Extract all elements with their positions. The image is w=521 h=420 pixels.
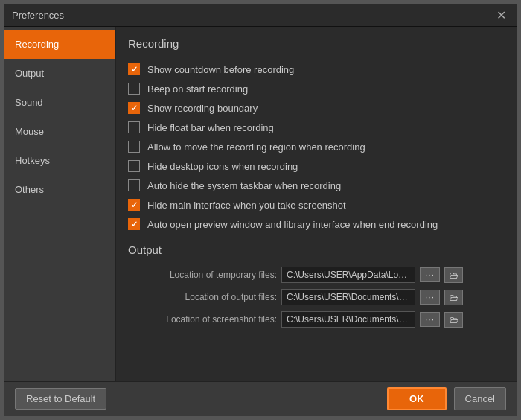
footer-right: OK Cancel — [387, 387, 506, 410]
file-label-temp: Location of temporary files: — [128, 270, 277, 280]
checkbox-label-cb1: Show countdown before recording — [147, 64, 294, 75]
checkbox-label-cb5: Allow to move the recording region when … — [147, 141, 365, 153]
cancel-button[interactable]: Cancel — [454, 387, 506, 410]
checkbox-label-cb4: Hide float bar when recording — [147, 122, 274, 133]
checkbox-label-cb9: Auto open preview window and library int… — [147, 219, 438, 230]
sidebar-item-output[interactable]: Output — [4, 59, 115, 88]
checkbox-cb3[interactable] — [128, 102, 140, 114]
checkbox-cb8[interactable] — [128, 199, 140, 211]
ok-button[interactable]: OK — [387, 387, 447, 410]
file-row-temp: Location of temporary files:C:\Users\USE… — [128, 267, 505, 283]
reset-button[interactable]: Reset to Default — [15, 388, 106, 410]
sidebar-item-hotkeys[interactable]: Hotkeys — [4, 146, 115, 175]
preferences-dialog: Preferences ✕ RecordingOutputSoundMouseH… — [4, 4, 517, 416]
checkbox-label-cb2: Beep on start recording — [147, 83, 248, 95]
dialog-body: RecordingOutputSoundMouseHotkeysOthers R… — [4, 27, 517, 381]
dots-button-screenshot[interactable]: ··· — [420, 312, 440, 327]
checkbox-row-cb6: Hide desktop icons when recording — [128, 160, 505, 172]
folder-button-output[interactable]: 🗁 — [444, 290, 463, 305]
checkbox-cb7[interactable] — [128, 179, 140, 191]
checkbox-label-cb3: Show recording boundary — [147, 103, 258, 114]
title-bar: Preferences ✕ — [4, 4, 517, 27]
dialog-footer: Reset to Default OK Cancel — [4, 381, 517, 416]
file-row-output: Location of output files:C:\Users\USER\D… — [128, 289, 505, 305]
checkbox-row-cb9: Auto open preview window and library int… — [128, 218, 505, 230]
checkbox-cb5[interactable] — [128, 141, 140, 153]
sidebar-item-recording[interactable]: Recording — [4, 30, 115, 59]
folder-button-temp[interactable]: 🗁 — [444, 267, 463, 283]
close-button[interactable]: ✕ — [493, 10, 509, 22]
file-label-output: Location of output files: — [128, 292, 277, 302]
checkbox-label-cb8: Hide main interface when you take screen… — [147, 200, 346, 211]
checkbox-row-cb2: Beep on start recording — [128, 83, 505, 95]
checkbox-row-cb4: Hide float bar when recording — [128, 121, 505, 133]
output-section: Output Location of temporary files:C:\Us… — [128, 244, 505, 328]
file-rows-container: Location of temporary files:C:\Users\USE… — [128, 267, 505, 328]
checkbox-cb2[interactable] — [128, 83, 140, 95]
file-label-screenshot: Location of screenshot files: — [128, 314, 277, 325]
dialog-title: Preferences — [12, 10, 64, 21]
checkbox-row-cb8: Hide main interface when you take screen… — [128, 199, 505, 211]
checkbox-row-cb3: Show recording boundary — [128, 102, 505, 114]
checkbox-cb9[interactable] — [128, 218, 140, 230]
folder-button-screenshot[interactable]: 🗁 — [444, 312, 463, 328]
checkbox-label-cb7: Auto hide the system taskbar when record… — [147, 180, 341, 191]
recording-section-title: Recording — [128, 37, 505, 53]
file-path-temp: C:\Users\USER\AppData\Local\Ten — [281, 267, 415, 283]
checkboxes-container: Show countdown before recordingBeep on s… — [128, 63, 505, 230]
file-path-screenshot: C:\Users\USER\Documents\Aisees — [281, 311, 415, 328]
output-section-title: Output — [128, 244, 505, 256]
checkbox-row-cb1: Show countdown before recording — [128, 63, 505, 75]
sidebar-item-mouse[interactable]: Mouse — [4, 117, 115, 146]
file-row-screenshot: Location of screenshot files:C:\Users\US… — [128, 311, 505, 328]
checkbox-cb1[interactable] — [128, 63, 140, 75]
sidebar-item-sound[interactable]: Sound — [4, 88, 115, 117]
checkbox-row-cb5: Allow to move the recording region when … — [128, 141, 505, 153]
main-content: Recording Show countdown before recordin… — [116, 27, 517, 381]
checkbox-cb4[interactable] — [128, 121, 140, 133]
sidebar: RecordingOutputSoundMouseHotkeysOthers — [4, 27, 116, 381]
dots-button-output[interactable]: ··· — [420, 290, 440, 305]
sidebar-item-others[interactable]: Others — [4, 175, 115, 204]
file-path-output: C:\Users\USER\Documents\Aisees — [281, 289, 415, 305]
dots-button-temp[interactable]: ··· — [420, 267, 440, 282]
checkbox-cb6[interactable] — [128, 160, 140, 172]
checkbox-row-cb7: Auto hide the system taskbar when record… — [128, 179, 505, 191]
checkbox-label-cb6: Hide desktop icons when recording — [147, 161, 298, 172]
